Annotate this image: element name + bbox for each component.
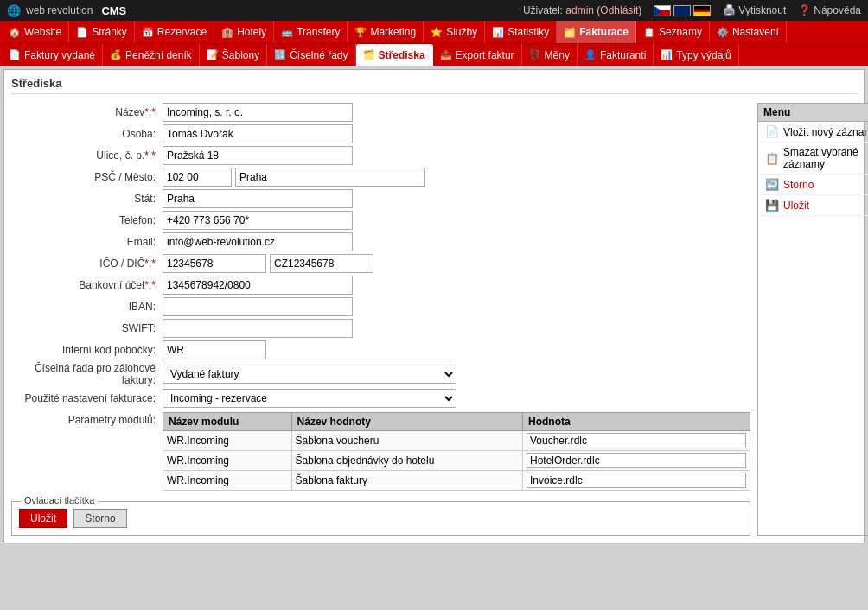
ico-input[interactable] [163,254,266,273]
sluzby-icon: ⭐ [431,27,443,38]
iban-input[interactable] [163,297,353,316]
section-title: Střediska [11,77,857,94]
kod-input[interactable] [163,340,266,359]
form-row-psc: PSČ / Město: [11,168,750,187]
top-bar-right: Uživatel: admin (Odhlásit) 🖨️ Vytisknout… [523,4,861,16]
swift-input[interactable] [163,319,353,338]
form-row-telefon: Telefon: [11,211,750,230]
top-bar-left: 🌐 web revolution CMS [7,4,126,17]
params-modul-2: WR.Incoming [163,471,292,491]
psc-label: PSČ / Město: [11,171,163,183]
params-nazev-1: Šablona objednávky do hotelu [291,451,522,471]
nav2-item-strediska[interactable]: 🗂️Střediska [356,44,433,66]
nastaveni-select[interactable]: Incoming - rezervace [163,389,456,408]
nastaveni-icon: ⚙️ [717,27,729,38]
psc-input[interactable] [163,168,232,187]
osoba-input[interactable] [163,124,353,143]
nav2-item-penezni-denik[interactable]: 💰Peněžní deník [103,44,200,66]
ciselna-select[interactable]: Vydané faktury [163,365,456,384]
marketing-icon: 🏆 [354,27,367,38]
nav2-item-sablony[interactable]: 📝Šablony [200,44,267,66]
help-button[interactable]: ❓ Nápověda [798,4,861,16]
seznamy-icon: 📋 [643,27,655,38]
user-info: Uživatel: admin (Odhlásit) [523,4,641,16]
params-hodnota-2 [522,471,750,491]
nav1-item-statistiky[interactable]: 📊Statistiky [485,21,557,43]
nav1-item-rezervace[interactable]: 📅Rezervace [135,21,214,43]
main-content: Střediska Název*: Osoba: Ulice, č. p.*: … [3,69,865,543]
dic-input[interactable] [270,254,373,273]
flag-cz[interactable] [654,5,671,16]
params-row-1: WR.IncomingŠablona objednávky do hotelu [163,451,750,471]
nav1-item-sluzby[interactable]: ⭐Služby [424,21,485,43]
menu-item-ulozit[interactable]: 💾Uložit [758,195,868,216]
stranky-icon: 📄 [76,27,88,38]
nav2-item-typy-vydaju[interactable]: 📊Typy výdajů [654,44,738,66]
col-hodnota: Hodnota [522,413,750,431]
menu-item-smazat[interactable]: 📋Smazat vybrané záznamy [758,143,868,175]
stat-label: Stát: [11,193,163,205]
faktury-vydane-nav2-icon: 📄 [9,49,21,60]
fakturanti-nav2-icon: 👤 [584,49,597,60]
print-button[interactable]: 🖨️ Vytisknout [723,4,786,16]
bank-label: Bankovní účet*: [11,279,163,291]
nav1-item-stranky[interactable]: 📄Stránky [69,21,135,43]
form-row-osoba: Osoba: [11,124,750,143]
nav2-item-meny[interactable]: 💱Měny [522,44,578,66]
menu-item-storno[interactable]: ↩️Storno [758,175,868,195]
nav2-item-fakturanti[interactable]: 👤Fakturanti [578,44,654,66]
save-button[interactable]: Uložit [19,509,67,528]
nav2: 📄Faktury vydané💰Peněžní deník📝Šablony🔢Čí… [0,43,868,66]
nastaveni-label: Použité nastavení fakturace: [11,392,163,404]
nav1-item-fakturace[interactable]: 🗂️Fakturace [557,21,636,43]
nazev-input[interactable] [163,103,353,122]
mesto-input[interactable] [235,168,425,187]
nav1-item-hotely[interactable]: 🏨Hotely [214,21,274,43]
params-hodnota-input-0[interactable] [527,433,746,448]
ciselne-rady-nav2-icon: 🔢 [274,49,286,60]
statistiky-icon: 📊 [492,27,504,38]
nav1-item-seznamy[interactable]: 📋Seznamy [636,21,710,43]
params-row-0: WR.IncomingŠablona voucheru [163,431,750,451]
form-and-menu: Název*: Osoba: Ulice, č. p.*: PSČ / Měst… [11,103,857,536]
nav1-item-marketing[interactable]: 🏆Marketing [348,21,424,43]
nav1-item-website[interactable]: 🏠Website [2,21,69,43]
cms-label: CMS [101,4,126,17]
transfery-icon: 🚌 [281,27,293,38]
menu-title: Menu [763,106,790,118]
bank-input[interactable] [163,276,353,295]
params-nazev-2: Šablona faktury [291,471,522,491]
col-modul: Název modulu [163,413,292,431]
ulice-input[interactable] [163,146,353,165]
nav1-item-nastaveni[interactable]: ⚙️Nastavení [710,21,787,43]
stat-input[interactable] [163,189,353,208]
telefon-input[interactable] [163,211,353,230]
params-hodnota-input-1[interactable] [527,453,746,468]
vlozit-menu-label: Vložit nový záznam [783,126,868,138]
meny-nav2-icon: 💱 [529,49,541,60]
cancel-button[interactable]: Storno [73,509,126,528]
flags [654,5,711,16]
params-modul-1: WR.Incoming [163,451,292,471]
menu-item-vlozit[interactable]: 📄Vložit nový záznam [758,122,868,143]
nav2-item-faktury-vydane[interactable]: 📄Faktury vydané [2,44,103,66]
form-row-email: Email: [11,232,750,251]
form-row-nastaveni: Použité nastavení fakturace: Incoming - … [11,389,750,408]
menu-panel: Menu ▲ 📄Vložit nový záznam📋Smazat vybran… [757,103,868,536]
nav2-item-ciselne-rady[interactable]: 🔢Číselné řady [267,44,355,66]
user-name-link[interactable]: admin [565,4,594,16]
form-row-stat: Stát: [11,189,750,208]
params-hodnota-input-2[interactable] [527,473,746,488]
osoba-label: Osoba: [11,128,163,140]
parametry-label: Parametry modulů: [11,410,163,426]
flag-gb[interactable] [673,5,691,16]
logout-link[interactable]: Odhlásit [600,4,638,16]
logo-text: web revolution [26,4,93,16]
nav2-item-export-faktur[interactable]: 📤Export faktur [433,44,522,66]
kod-label: Interní kód pobočky: [11,344,163,356]
nazev-label: Název*: [11,106,163,118]
nav1-item-transfery[interactable]: 🚌Transfery [274,21,348,43]
strediska-nav2-icon: 🗂️ [363,49,375,60]
flag-de[interactable] [693,5,711,16]
email-input[interactable] [163,232,353,251]
